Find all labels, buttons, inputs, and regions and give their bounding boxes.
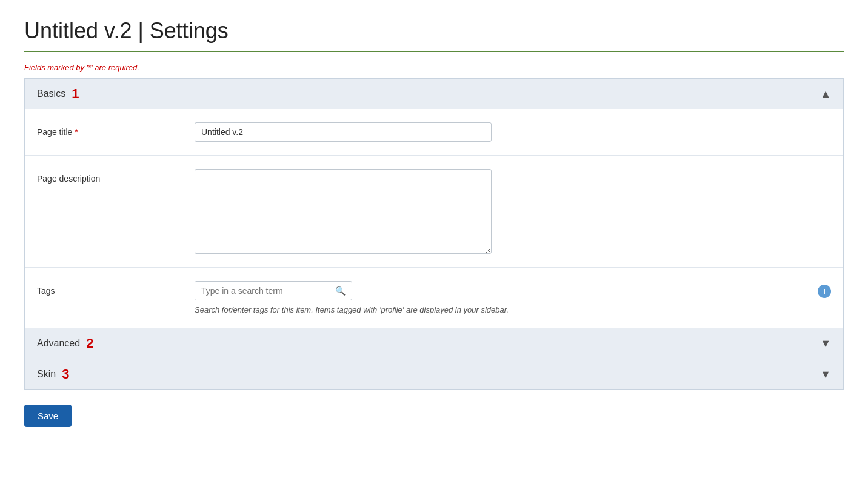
section-skin-header[interactable]: Skin 3 ▼	[25, 359, 843, 389]
section-advanced-header[interactable]: Advanced 2 ▼	[25, 328, 843, 359]
page-title-control	[195, 122, 831, 142]
section-basics-number: 1	[72, 87, 79, 101]
section-basics-label: Basics	[37, 88, 65, 99]
info-icon[interactable]: i	[818, 285, 831, 298]
field-row-tags: Tags 🔍 i Search for/enter tags for this …	[25, 268, 843, 328]
section-advanced-label: Advanced	[37, 338, 80, 349]
section-advanced: Advanced 2 ▼	[24, 328, 844, 359]
section-skin: Skin 3 ▼	[24, 359, 844, 390]
required-notice: Fields marked by '*' are required.	[24, 63, 844, 72]
section-skin-title-group: Skin 3	[37, 368, 69, 381]
search-icon: 🔍	[329, 282, 352, 300]
save-button[interactable]: Save	[24, 405, 72, 427]
section-basics: Basics 1 ▲ Page title * Page description	[24, 78, 844, 328]
section-basics-body: Page title * Page description Tags	[25, 109, 843, 328]
tags-label: Tags	[37, 281, 195, 296]
section-skin-chevron-down-icon: ▼	[820, 368, 831, 381]
tags-help-text: Search for/enter tags for this item. Ite…	[195, 305, 831, 314]
page-title: Untitled v.2 | Settings	[24, 18, 844, 44]
section-skin-number: 3	[62, 368, 69, 381]
section-advanced-title-group: Advanced 2	[37, 337, 93, 350]
field-row-page-description: Page description	[25, 156, 843, 268]
section-skin-label: Skin	[37, 369, 56, 380]
tags-info-wrapper: i	[818, 281, 831, 298]
page-title-input[interactable]	[195, 122, 492, 142]
section-basics-chevron-up-icon: ▲	[820, 88, 831, 101]
page-description-textarea[interactable]	[195, 169, 492, 254]
page-description-control	[195, 169, 831, 254]
section-basics-header[interactable]: Basics 1 ▲	[25, 79, 843, 109]
page-description-label: Page description	[37, 169, 195, 184]
tags-main-row: 🔍 i	[195, 281, 831, 300]
tags-control: 🔍 i Search for/enter tags for this item.…	[195, 281, 831, 314]
page-title-label: Page title *	[37, 122, 195, 137]
section-advanced-number: 2	[86, 337, 93, 350]
title-divider	[24, 51, 844, 52]
section-advanced-chevron-down-icon: ▼	[820, 337, 831, 350]
field-row-page-title: Page title *	[25, 109, 843, 156]
section-basics-title-group: Basics 1	[37, 87, 79, 101]
page-title-required-marker: *	[75, 127, 78, 137]
tags-search-input[interactable]	[195, 282, 329, 300]
tags-search-wrapper: 🔍	[195, 281, 352, 300]
